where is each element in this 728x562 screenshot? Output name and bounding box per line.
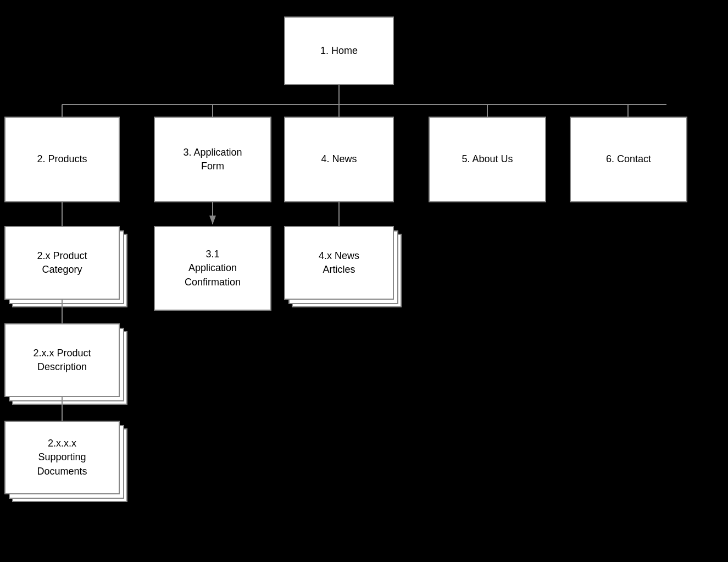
node-supporting-docs: 2.x.x.xSupportingDocuments (4, 421, 120, 494)
node-contact: 6. Contact (570, 117, 687, 202)
node-about-us: 5. About Us (429, 117, 546, 202)
node-product-description: 2.x.x ProductDescription (4, 323, 120, 397)
node-app-confirmation: 3.1ApplicationConfirmation (154, 226, 271, 311)
node-news: 4. News (284, 117, 394, 202)
node-product-category: 2.x ProductCategory (4, 226, 120, 300)
node-home: 1. Home (284, 16, 394, 85)
node-products: 2. Products (4, 117, 120, 202)
sitemap-diagram: 1. Home 2. Products 3. ApplicationForm 4… (0, 0, 728, 562)
node-app-form: 3. ApplicationForm (154, 117, 271, 202)
node-news-articles: 4.x NewsArticles (284, 226, 394, 300)
